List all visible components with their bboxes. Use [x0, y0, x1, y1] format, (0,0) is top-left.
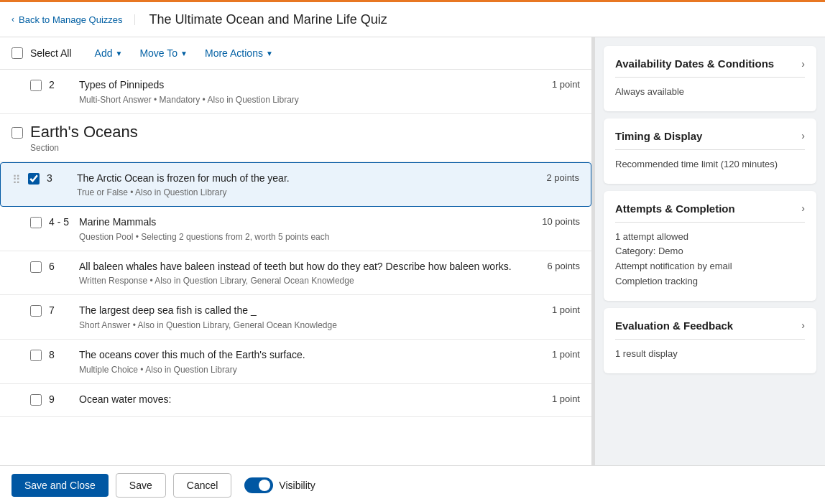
- question-meta: True or False • Also in Question Library: [77, 187, 522, 197]
- more-actions-arrow-icon: ▼: [266, 50, 273, 57]
- select-all-row: Select All: [11, 47, 72, 59]
- panel-card-line: 1 result display: [615, 347, 805, 362]
- question-points: 1 point: [530, 348, 580, 360]
- checkbox-wrap: [30, 78, 42, 93]
- question-text: The oceans cover this much of the Earth'…: [79, 348, 522, 363]
- chevron-right-icon: ›: [801, 319, 805, 331]
- table-row: 6 All baleen whales have baleen instead …: [0, 251, 591, 296]
- panel-card-header[interactable]: Availability Dates & Conditions ›: [615, 57, 805, 70]
- panel-card: Evaluation & Feedback › 1 result display: [604, 308, 816, 373]
- right-panel: Availability Dates & Conditions › Always…: [595, 37, 825, 465]
- panel-card-title: Timing & Display: [615, 130, 702, 142]
- table-row: 4 - 5 Marine Mammals Question Pool • Sel…: [0, 207, 591, 251]
- question-meta: Short Answer • Also in Question Library,…: [79, 320, 522, 330]
- panel-card-title: Availability Dates & Conditions: [615, 57, 774, 70]
- add-label: Add: [95, 47, 113, 59]
- question-content: The oceans cover this much of the Earth'…: [79, 348, 522, 375]
- panel-card-divider: [615, 222, 805, 223]
- table-row: 9 Ocean water moves: 1 point: [0, 384, 591, 417]
- question-text: Marine Mammals: [79, 215, 522, 230]
- question-checkbox[interactable]: [28, 173, 40, 185]
- table-row: 7 The largest deep sea fish is called th…: [0, 295, 591, 340]
- table-row: 2 Types of Pinnipeds Multi-Short Answer …: [0, 70, 591, 114]
- checkbox-wrap: [30, 348, 42, 363]
- question-meta: Multiple Choice • Also in Question Libra…: [79, 365, 522, 375]
- question-checkbox[interactable]: [30, 261, 42, 273]
- panel-card-line: Always available: [615, 85, 805, 100]
- panel-card-header[interactable]: Timing & Display ›: [615, 130, 805, 142]
- checkbox-wrap: [30, 215, 42, 230]
- visibility-toggle[interactable]: [244, 477, 273, 493]
- question-text: All baleen whales have baleen instead of…: [79, 260, 522, 274]
- panel-card-header[interactable]: Attempts & Completion ›: [615, 202, 805, 215]
- panel-card: Timing & Display › Recommended time limi…: [604, 118, 816, 184]
- question-text: Ocean water moves:: [79, 393, 522, 407]
- question-number: 2: [49, 78, 72, 90]
- left-panel: Select All Add ▼ Move To ▼ More Actions …: [0, 37, 592, 465]
- move-to-button[interactable]: Move To ▼: [134, 45, 193, 62]
- top-bar: ‹ Back to Manage Quizzes The Ultimate Oc…: [0, 0, 825, 37]
- panel-card-content: 1 result display: [615, 347, 805, 362]
- question-checkbox[interactable]: [30, 305, 42, 317]
- save-button[interactable]: Save: [116, 473, 166, 498]
- panel-card-line: Recommended time limit (120 minutes): [615, 157, 805, 172]
- section-label: Section: [30, 143, 138, 153]
- back-link[interactable]: ‹ Back to Manage Quizzes: [11, 14, 135, 25]
- question-number: 3: [47, 172, 70, 184]
- cancel-button[interactable]: Cancel: [173, 473, 232, 498]
- question-checkbox[interactable]: [30, 217, 42, 228]
- chevron-right-icon: ›: [801, 58, 805, 70]
- question-text: Types of Pinnipeds: [79, 78, 522, 93]
- select-all-label: Select All: [30, 47, 72, 59]
- chevron-left-icon: ‹: [11, 14, 14, 24]
- question-number: 7: [49, 304, 72, 316]
- panel-card-content: 1 attempt allowedCategory: DemoAttempt n…: [615, 230, 805, 289]
- question-content: Ocean water moves:: [79, 393, 522, 407]
- panel-card-header[interactable]: Evaluation & Feedback ›: [615, 319, 805, 332]
- question-number: 9: [49, 393, 72, 405]
- table-row: ⠿ 3 The Arctic Ocean is frozen for much …: [0, 162, 591, 207]
- select-all-checkbox[interactable]: [11, 47, 23, 59]
- question-points: 1 point: [530, 304, 580, 315]
- bottom-bar: Save and Close Save Cancel Visibility: [0, 465, 825, 504]
- panel-card-line: Completion tracking: [615, 274, 805, 289]
- question-meta: Multi-Short Answer • Mandatory • Also in…: [79, 95, 522, 105]
- add-button[interactable]: Add ▼: [89, 45, 129, 62]
- chevron-right-icon: ›: [801, 202, 805, 214]
- back-label: Back to Manage Quizzes: [19, 14, 123, 25]
- question-number: 8: [49, 348, 72, 360]
- section-title: Earth's Oceans: [30, 123, 138, 141]
- panel-card-line: Category: Demo: [615, 244, 805, 259]
- toolbar-actions: Add ▼ Move To ▼ More Actions ▼: [89, 45, 279, 62]
- question-checkbox[interactable]: [30, 394, 42, 406]
- save-and-close-button[interactable]: Save and Close: [11, 474, 109, 497]
- checkbox-wrap: [28, 172, 40, 187]
- question-checkbox[interactable]: [30, 350, 42, 361]
- section-item: Earth's Oceans Section: [0, 114, 591, 162]
- panel-card: Availability Dates & Conditions › Always…: [604, 46, 816, 111]
- table-row: 8 The oceans cover this much of the Eart…: [0, 340, 591, 384]
- panel-card-divider: [615, 77, 805, 78]
- question-content: The Arctic Ocean is frozen for much of t…: [77, 172, 522, 198]
- page-title: The Ultimate Ocean and Marine Life Quiz: [135, 12, 387, 27]
- question-points: 10 points: [530, 215, 580, 227]
- question-checkbox[interactable]: [30, 80, 42, 91]
- panel-card-divider: [615, 339, 805, 340]
- question-text: The Arctic Ocean is frozen for much of t…: [77, 172, 522, 186]
- drag-handle-icon[interactable]: ⠿: [12, 172, 21, 187]
- question-number: 4 - 5: [49, 215, 72, 228]
- main-layout: Select All Add ▼ Move To ▼ More Actions …: [0, 37, 825, 465]
- chevron-right-icon: ›: [801, 130, 805, 141]
- question-meta: Written Response • Also in Question Libr…: [79, 276, 522, 286]
- visibility-label: Visibility: [279, 480, 315, 491]
- checkbox-wrap: [30, 393, 42, 408]
- panel-card-line: Attempt notification by email: [615, 259, 805, 274]
- panel-card-divider: [615, 149, 805, 150]
- panel-card-content: Always available: [615, 85, 805, 100]
- question-content: Marine Mammals Question Pool • Selecting…: [79, 215, 522, 242]
- panel-card-line: 1 attempt allowed: [615, 230, 805, 245]
- panel-card: Attempts & Completion › 1 attempt allowe…: [604, 191, 816, 301]
- section-checkbox[interactable]: [11, 127, 23, 139]
- more-actions-button[interactable]: More Actions ▼: [199, 45, 279, 62]
- checkbox-wrap: [30, 304, 42, 319]
